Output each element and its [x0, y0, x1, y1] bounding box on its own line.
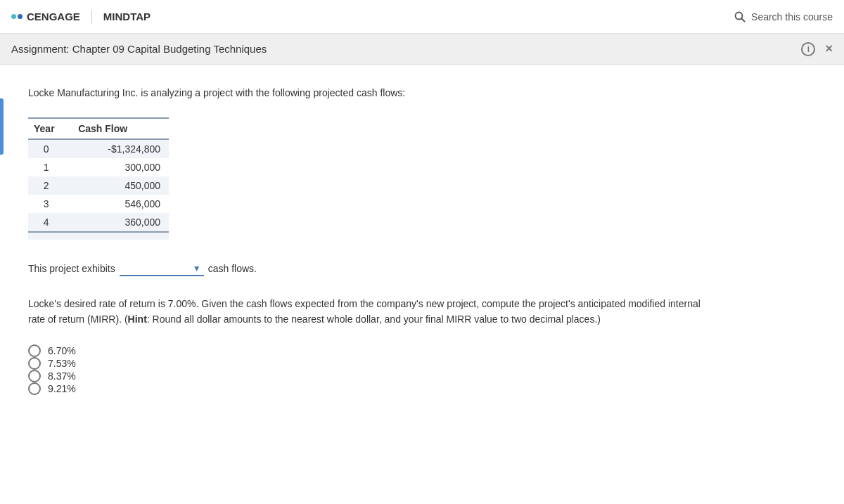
logo-dot-2 — [18, 14, 23, 19]
radio-circle-icon — [28, 344, 41, 357]
radio-item[interactable]: 6.70% — [28, 344, 816, 357]
top-navigation: CENGAGE MINDTAP Search this course — [0, 0, 844, 34]
table-cell-cashflow: 450,000 — [72, 176, 169, 195]
radio-label: 6.70% — [48, 345, 76, 356]
cengage-logo: CENGAGE — [11, 11, 80, 22]
table-cell-cashflow: 546,000 — [72, 195, 169, 213]
radio-circle-icon — [28, 357, 41, 370]
table-cell-year: 1 — [28, 158, 72, 176]
radio-label: 7.53% — [48, 358, 76, 369]
table-row: 4360,000 — [28, 213, 169, 232]
dropdown-question-row: This project exhibits normalnon-normalmi… — [28, 261, 816, 276]
table-footer-year — [28, 232, 72, 240]
radio-circle-icon — [28, 370, 41, 382]
logo-area: CENGAGE MINDTAP — [11, 10, 151, 24]
question-suffix: cash flows. — [208, 263, 257, 274]
year-header: Year — [28, 118, 72, 139]
intro-paragraph: Locke Manufacturing Inc. is analyzing a … — [28, 86, 816, 101]
description-paragraph: Locke's desired rate of return is 7.00%.… — [28, 296, 703, 328]
close-button[interactable]: × — [825, 41, 833, 56]
question-prefix: This project exhibits — [28, 263, 115, 274]
table-row: 1300,000 — [28, 158, 169, 176]
table-cell-year: 2 — [28, 176, 72, 195]
search-area[interactable]: Search this course — [734, 11, 833, 22]
radio-group: 6.70%7.53%8.37%9.21% — [28, 344, 816, 395]
dropdown-wrapper[interactable]: normalnon-normalmixed ▼ — [120, 261, 204, 276]
search-label[interactable]: Search this course — [751, 11, 833, 22]
assignment-bar: Assignment: Chapter 09 Capital Budgeting… — [0, 34, 844, 65]
radio-label: 8.37% — [48, 370, 76, 382]
table-cell-year: 3 — [28, 195, 72, 213]
cash-flow-type-dropdown[interactable]: normalnon-normalmixed — [120, 261, 204, 276]
assignment-actions: i × — [801, 41, 833, 56]
table-row: 3546,000 — [28, 195, 169, 213]
info-button[interactable]: i — [801, 42, 815, 56]
radio-item[interactable]: 7.53% — [28, 357, 816, 370]
logo-icon — [11, 14, 23, 19]
table-row: 2450,000 — [28, 176, 169, 195]
radio-item[interactable]: 9.21% — [28, 382, 816, 395]
cash-flow-table: Year Cash Flow 0-$1,324,8001300,0002450,… — [28, 117, 169, 240]
table-footer-cf — [72, 232, 169, 240]
table-cell-cashflow: 360,000 — [72, 213, 169, 232]
main-content: Locke Manufacturing Inc. is analyzing a … — [0, 65, 844, 504]
table-row: 0-$1,324,800 — [28, 139, 169, 158]
mindtap-label: MINDTAP — [103, 11, 151, 22]
cengage-label: CENGAGE — [27, 11, 80, 22]
svg-line-1 — [742, 18, 745, 21]
nav-divider — [91, 10, 92, 24]
radio-label: 9.21% — [48, 383, 76, 394]
logo-dot-1 — [11, 14, 16, 19]
table-cell-year: 4 — [28, 213, 72, 232]
search-icon — [734, 11, 746, 22]
cashflow-header: Cash Flow — [72, 118, 169, 139]
radio-item[interactable]: 8.37% — [28, 370, 816, 382]
table-cell-cashflow: 300,000 — [72, 158, 169, 176]
assignment-title: Assignment: Chapter 09 Capital Budgeting… — [11, 43, 267, 55]
hint-label: Hint — [128, 314, 147, 325]
radio-circle-icon — [28, 382, 41, 395]
table-cell-year: 0 — [28, 139, 72, 158]
left-accent-bar — [0, 98, 4, 155]
table-cell-cashflow: -$1,324,800 — [72, 139, 169, 158]
